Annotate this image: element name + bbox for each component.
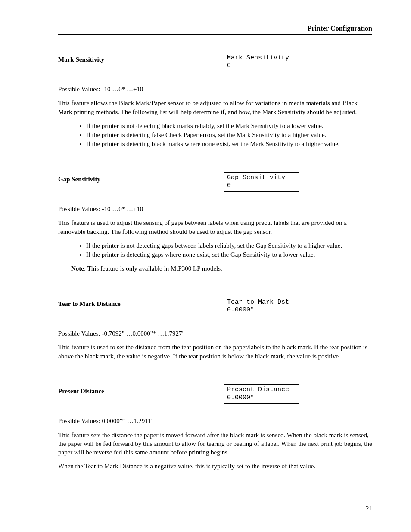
section-title: Tear to Mark Distance [58, 297, 121, 308]
section-head: Mark Sensitivity Mark Sensitivity 0 [58, 53, 372, 72]
display-line1: Tear to Mark Dst [227, 299, 296, 307]
list-item: If the printer is not detecting gaps bet… [86, 241, 372, 250]
possible-values: Possible Values: -10 …0* …+10 [58, 85, 372, 93]
note-line: Note: This feature is only available in … [71, 264, 372, 273]
section-title: Present Distance [58, 384, 104, 395]
list-item: If the printer is detecting false Check … [86, 131, 372, 139]
page-number: 21 [366, 504, 372, 513]
display-line2: 0.0000" [227, 394, 296, 402]
bullet-list: If the printer is not detecting gaps bet… [58, 241, 372, 259]
section-gap-sensitivity: Gap Sensitivity Gap Sensitivity 0 Possib… [58, 172, 372, 273]
list-item: If the printer is detecting black marks … [86, 140, 372, 148]
bullet-list: If the printer is not detecting black ma… [58, 121, 372, 149]
note-text: : This feature is only available in MtP3… [84, 265, 222, 272]
display-line1: Present Distance [227, 386, 296, 394]
section-head: Gap Sensitivity Gap Sensitivity 0 [58, 172, 372, 192]
display-line2: 0 [227, 62, 296, 70]
display-line2: 0 [227, 182, 296, 190]
section-title: Mark Sensitivity [58, 53, 104, 64]
body-text: This feature sets the distance the paper… [58, 431, 372, 457]
display-box: Gap Sensitivity 0 [224, 172, 299, 192]
body-text: This feature is used to adjust the sensi… [58, 218, 372, 236]
body-text: This feature is used to set the distance… [58, 343, 372, 361]
display-box: Present Distance 0.0000" [224, 384, 299, 404]
section-present-distance: Present Distance Present Distance 0.0000… [58, 384, 372, 471]
document-page: Printer Configuration Mark Sensitivity M… [0, 0, 411, 532]
list-item: If the printer is detecting gaps where n… [86, 250, 372, 259]
display-box: Tear to Mark Dst 0.0000" [224, 297, 299, 317]
display-line1: Mark Sensitivity [227, 54, 296, 62]
list-item: If the printer is not detecting black ma… [86, 121, 372, 130]
body-text: This feature allows the Black Mark/Paper… [58, 99, 372, 116]
section-mark-sensitivity: Mark Sensitivity Mark Sensitivity 0 Poss… [58, 53, 372, 149]
section-head: Present Distance Present Distance 0.0000… [58, 384, 372, 404]
page-header: Printer Configuration [58, 24, 372, 35]
possible-values: Possible Values: 0.0000"* …1.2911" [58, 417, 372, 425]
section-tear-to-mark: Tear to Mark Distance Tear to Mark Dst 0… [58, 297, 372, 361]
display-line1: Gap Sensitivity [227, 174, 296, 182]
section-title: Gap Sensitivity [58, 172, 100, 184]
body-text: When the Tear to Mark Distance is a nega… [58, 462, 372, 470]
section-head: Tear to Mark Distance Tear to Mark Dst 0… [58, 297, 372, 317]
possible-values: Possible Values: -0.7092" …0.0000"* …1.7… [58, 329, 372, 338]
possible-values: Possible Values: -10 …0* …+10 [58, 205, 372, 213]
display-box: Mark Sensitivity 0 [224, 53, 299, 72]
display-line2: 0.0000" [227, 306, 296, 314]
note-label: Note [71, 265, 84, 272]
